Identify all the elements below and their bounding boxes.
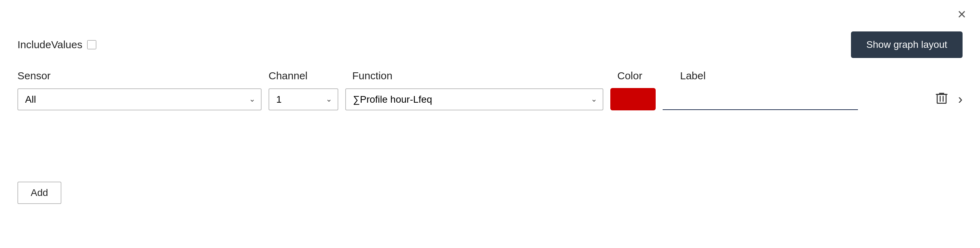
function-select-wrapper: ∑Profile hour-Lfeq ⌄ — [345, 88, 603, 110]
label-input[interactable] — [663, 88, 858, 110]
add-button[interactable]: Add — [18, 182, 61, 204]
channel-select-wrapper: 1 2 3 4 ⌄ — [269, 88, 338, 110]
col-header-channel: Channel — [269, 70, 345, 82]
include-values-checkbox[interactable] — [87, 40, 96, 49]
column-headers: Sensor Channel Function Color Label — [18, 70, 963, 82]
data-table: Sensor Channel Function Color Label All … — [18, 70, 963, 110]
expand-button[interactable]: › — [958, 92, 963, 107]
col-header-label: Label — [680, 70, 875, 82]
col-header-function: Function — [352, 70, 610, 82]
include-values-container: IncludeValues — [18, 39, 96, 51]
col-header-sensor: Sensor — [18, 70, 262, 82]
sensor-select-wrapper: All ⌄ — [18, 88, 262, 110]
col-header-color: Color — [617, 70, 673, 82]
table-row: All ⌄ 1 2 3 4 ⌄ ∑Profile hour-Lfeq ⌄ — [18, 88, 963, 110]
sensor-select[interactable]: All — [18, 88, 262, 110]
row-actions: › — [936, 91, 963, 107]
channel-select[interactable]: 1 2 3 4 — [269, 88, 338, 110]
color-swatch-button[interactable] — [610, 88, 655, 110]
svg-rect-0 — [937, 94, 947, 103]
include-values-label: IncludeValues — [18, 39, 82, 51]
function-select[interactable]: ∑Profile hour-Lfeq — [345, 88, 603, 110]
show-graph-button[interactable]: Show graph layout — [851, 32, 963, 58]
top-bar: IncludeValues Show graph layout — [18, 32, 963, 58]
delete-button[interactable] — [936, 91, 948, 107]
close-button[interactable]: × — [957, 7, 966, 22]
